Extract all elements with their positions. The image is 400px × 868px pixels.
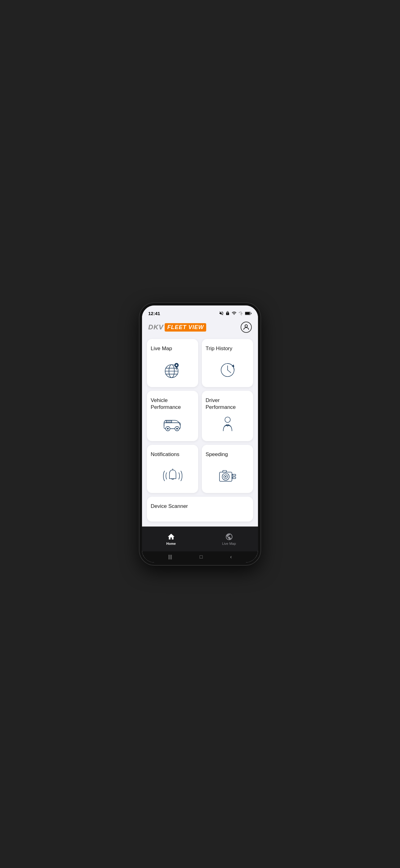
driver-performance-icon-container bbox=[206, 413, 249, 435]
svg-rect-24 bbox=[232, 474, 236, 476]
home-icon bbox=[167, 533, 175, 541]
android-home-button[interactable]: □ bbox=[200, 554, 203, 560]
van-icon bbox=[162, 413, 184, 435]
svg-point-17 bbox=[225, 417, 230, 423]
svg-point-22 bbox=[225, 476, 226, 477]
main-content[interactable]: Live Map Trip bbox=[142, 337, 258, 527]
menu-grid: Live Map Trip bbox=[147, 339, 253, 493]
person-icon bbox=[217, 413, 238, 435]
live-map-label: Live Map bbox=[151, 345, 172, 352]
logo-dkv: DKV bbox=[148, 323, 163, 331]
menu-card-live-map[interactable]: Live Map bbox=[147, 339, 198, 387]
android-recent-button[interactable]: ||| bbox=[168, 554, 172, 560]
svg-point-14 bbox=[167, 428, 168, 429]
nav-globe-icon bbox=[225, 533, 233, 541]
menu-card-speeding[interactable]: Speeding bbox=[202, 445, 253, 493]
svg-point-3 bbox=[245, 325, 247, 327]
android-bar: ||| □ ‹ bbox=[142, 551, 258, 562]
vehicle-performance-icon-container bbox=[151, 413, 194, 435]
battery-icon bbox=[245, 311, 252, 315]
logo-fleet: FLEET VIEW bbox=[165, 323, 206, 332]
phone-frame: 12:41 DKV FLEET VIEW bbox=[139, 303, 261, 565]
trip-history-label: Trip History bbox=[206, 345, 232, 352]
nav-home-label: Home bbox=[166, 542, 176, 546]
speed-camera-icon bbox=[217, 465, 238, 487]
status-bar: 12:41 bbox=[142, 306, 258, 319]
profile-icon bbox=[242, 323, 250, 331]
vehicle-performance-label: Vehicle Performance bbox=[151, 397, 194, 411]
trip-history-icon-container bbox=[206, 359, 249, 381]
menu-card-notifications[interactable]: Notifications bbox=[147, 445, 198, 493]
speeding-label: Speeding bbox=[206, 451, 228, 458]
speeding-icon-container bbox=[206, 465, 249, 487]
notifications-label: Notifications bbox=[151, 451, 179, 458]
menu-card-vehicle-performance[interactable]: Vehicle Performance bbox=[147, 391, 198, 441]
lock-icon bbox=[226, 311, 230, 316]
svg-rect-1 bbox=[245, 312, 250, 314]
menu-card-driver-performance[interactable]: Driver Performance bbox=[202, 391, 253, 441]
nav-live-map[interactable]: Live Map bbox=[200, 527, 258, 551]
globe-pin-icon bbox=[162, 359, 184, 381]
driver-performance-label: Driver Performance bbox=[206, 397, 249, 411]
svg-point-10 bbox=[175, 365, 177, 366]
android-back-button[interactable]: ‹ bbox=[230, 554, 232, 560]
wifi-icon bbox=[231, 311, 237, 316]
signal-icon bbox=[238, 311, 243, 316]
app-header: DKV FLEET VIEW bbox=[142, 319, 258, 337]
menu-card-trip-history[interactable]: Trip History bbox=[202, 339, 253, 387]
status-icons bbox=[219, 311, 252, 316]
device-scanner-label: Device Scanner bbox=[151, 503, 188, 510]
status-time: 12:41 bbox=[148, 311, 160, 316]
clock-history-icon bbox=[217, 359, 238, 381]
mute-icon bbox=[219, 311, 224, 316]
notifications-icon-container bbox=[151, 465, 194, 487]
menu-card-device-scanner[interactable]: Device Scanner bbox=[147, 497, 253, 522]
nav-live-map-label: Live Map bbox=[222, 542, 236, 546]
live-map-icon-container bbox=[151, 359, 194, 381]
profile-button[interactable] bbox=[241, 321, 252, 333]
bell-waves-icon bbox=[162, 465, 184, 487]
logo-container: DKV FLEET VIEW bbox=[148, 323, 206, 332]
svg-rect-2 bbox=[251, 313, 252, 314]
bottom-nav: Home Live Map bbox=[142, 527, 258, 551]
nav-home[interactable]: Home bbox=[142, 527, 200, 551]
svg-point-16 bbox=[176, 428, 178, 429]
